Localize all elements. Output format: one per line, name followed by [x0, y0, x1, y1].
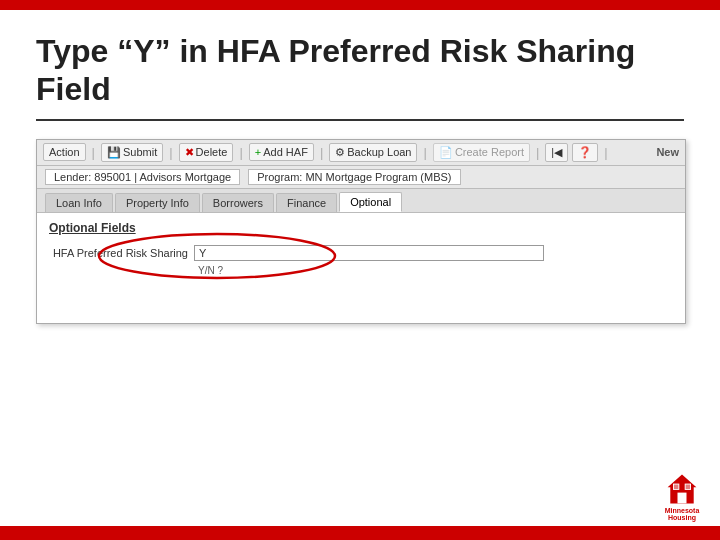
bottom-bar: [0, 526, 720, 540]
action-button[interactable]: Action: [43, 143, 86, 161]
sep1: |: [92, 145, 95, 160]
tab-property-info[interactable]: Property Info: [115, 193, 200, 212]
tab-optional[interactable]: Optional: [339, 192, 402, 212]
tab-bar: Loan Info Property Info Borrowers Financ…: [37, 189, 685, 213]
field-hint: Y/N ?: [198, 265, 223, 276]
hfa-field-label: HFA Preferred Risk Sharing: [49, 247, 194, 259]
sep2: |: [169, 145, 172, 160]
nav-first-button[interactable]: |◀: [545, 143, 568, 162]
title-section: Type “Y” in HFA Preferred Risk Sharing F…: [36, 32, 684, 121]
backup-loan-button[interactable]: ⚙ Backup Loan: [329, 143, 417, 162]
app-window: Action | 💾 Submit | ✖ Delete | + Add HAF…: [36, 139, 686, 324]
main-content: Type “Y” in HFA Preferred Risk Sharing F…: [0, 10, 720, 344]
hfa-preferred-input[interactable]: [194, 245, 544, 261]
top-bar: [0, 0, 720, 10]
nav-first-icon: |◀: [551, 146, 562, 159]
toolbar: Action | 💾 Submit | ✖ Delete | + Add HAF…: [37, 140, 685, 166]
help-icon: ❓: [578, 146, 592, 159]
lender-info: Lender: 895001 | Advisors Mortgage: [45, 169, 240, 185]
add-haf-label: Add HAF: [263, 146, 308, 158]
content-area: Optional Fields HFA Preferred Risk Shari…: [37, 213, 685, 323]
tab-loan-info[interactable]: Loan Info: [45, 193, 113, 212]
hfa-preferred-field-row: HFA Preferred Risk Sharing: [49, 245, 673, 261]
create-report-label: Create Report: [455, 146, 524, 158]
help-button[interactable]: ❓: [572, 143, 598, 162]
delete-icon: ✖: [185, 146, 194, 159]
tab-finance[interactable]: Finance: [276, 193, 337, 212]
page-title: Type “Y” in HFA Preferred Risk Sharing F…: [36, 32, 684, 109]
delete-label: Delete: [196, 146, 228, 158]
program-info: Program: MN Mortgage Program (MBS): [248, 169, 460, 185]
submit-label: Submit: [123, 146, 157, 158]
tab-borrowers[interactable]: Borrowers: [202, 193, 274, 212]
add-haf-icon: +: [255, 146, 261, 158]
backup-loan-label: Backup Loan: [347, 146, 411, 158]
svg-rect-5: [674, 484, 679, 489]
hint-row: Y/N ?: [49, 265, 673, 276]
minnesota-housing-logo: [664, 471, 700, 507]
submit-button[interactable]: 💾 Submit: [101, 143, 163, 162]
svg-rect-2: [678, 492, 687, 503]
submit-icon: 💾: [107, 146, 121, 159]
svg-rect-6: [686, 484, 691, 489]
sep3: |: [239, 145, 242, 160]
create-report-button[interactable]: 📄 Create Report: [433, 143, 530, 162]
info-bar: Lender: 895001 | Advisors Mortgage Progr…: [37, 166, 685, 189]
new-label: New: [656, 146, 679, 158]
sep7: |: [604, 145, 607, 160]
sep6: |: [536, 145, 539, 160]
section-title: Optional Fields: [49, 221, 673, 235]
logo-text-line1: Minnesota: [665, 507, 700, 515]
add-haf-button[interactable]: + Add HAF: [249, 143, 314, 161]
logo-area: Minnesota Housing: [664, 471, 700, 522]
report-icon: 📄: [439, 146, 453, 159]
logo-text-line2: Housing: [668, 514, 696, 522]
backup-icon: ⚙: [335, 146, 345, 159]
sep4: |: [320, 145, 323, 160]
action-label: Action: [49, 146, 80, 158]
sep5: |: [423, 145, 426, 160]
delete-button[interactable]: ✖ Delete: [179, 143, 234, 162]
